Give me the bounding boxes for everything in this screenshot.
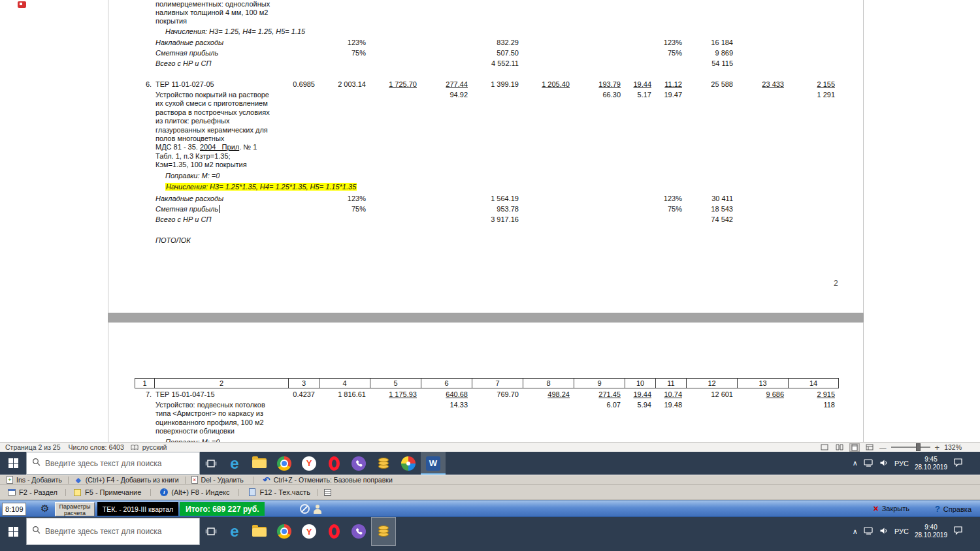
accrual-line: Начисления: Н3= 1.25, Н4= 1.25, Н5= 1.15 — [165, 27, 305, 35]
smeta-toolbar-row-2: F2 - Раздел F5 - Примечание i (Alt+) F8 … — [0, 485, 980, 500]
document-page-1[interactable]: полимерцементных: однослойных наливных т… — [108, 0, 864, 313]
volume-icon[interactable] — [879, 458, 889, 469]
word-count[interactable]: Число слов: 6403 — [69, 443, 124, 451]
estimate-item-row: 7. ТЕР 15-01-047-15 0.4237 1 816.61 1 17… — [108, 390, 863, 399]
taskbar-app-opera[interactable] — [321, 517, 346, 546]
zoom-slider-handle[interactable] — [916, 443, 921, 451]
zoom-level[interactable]: 132% — [944, 443, 962, 451]
gear-icon[interactable]: ⚙ — [41, 503, 49, 514]
tray-clock[interactable]: 9:4528.10.2019 — [915, 456, 947, 471]
page-info[interactable]: Страница 2 из 25 — [5, 443, 61, 451]
smeta-toolbar-row-1: + Ins - Добавить ◆ (Ctrl+) F4 - Добавить… — [0, 475, 980, 485]
table-column-header: 1 2 3 4 5 6 7 8 9 10 11 12 13 14 — [135, 378, 839, 388]
estimate-item-row: 6. ТЕР 11-01-027-05 0.6985 2 003.14 1 72… — [108, 80, 863, 89]
toolbar-undo-button[interactable]: ↶ Ctrl+Z - Отменить: Базовые поправки — [263, 476, 393, 484]
overhead-row: Накладные расходы 123% 832.29 123% 16 18… — [108, 39, 863, 47]
info-icon: i — [160, 488, 168, 496]
price-period-selector[interactable]: ТЕК. - 2019-III квартал — [97, 502, 178, 516]
read-mode-icon[interactable] — [834, 443, 845, 452]
close-button[interactable]: × Закрыть — [873, 504, 909, 513]
tray-chevron-icon[interactable]: ∧ — [853, 527, 858, 536]
taskbar-app-explorer[interactable] — [247, 517, 272, 546]
help-button[interactable]: ? Справка — [935, 504, 972, 514]
start-button[interactable] — [0, 452, 26, 475]
page-number: 2 — [834, 279, 838, 288]
task-view-button[interactable] — [200, 452, 222, 475]
taskbar-app-explorer[interactable] — [247, 452, 272, 475]
mini-app-icon[interactable] — [18, 1, 26, 8]
network-icon[interactable] — [864, 458, 874, 469]
action-center-icon[interactable] — [953, 458, 963, 469]
toolbar-add-button[interactable]: + Ins - Добавить — [7, 476, 62, 484]
volume-icon[interactable] — [879, 526, 889, 537]
user-icon[interactable] — [312, 504, 322, 514]
yandex-icon: Y — [302, 456, 316, 471]
taskbar-search[interactable] — [26, 452, 200, 475]
taskbar-search-input[interactable] — [45, 527, 189, 536]
smeta-status-bar: 8:109 ⚙ Параметры расчета ТЕК. - 2019-II… — [0, 500, 980, 517]
section-icon — [8, 489, 16, 496]
start-button[interactable] — [0, 517, 26, 546]
row-label: Накладные расходы — [155, 39, 223, 46]
toolbar-section-button[interactable]: F2 - Раздел — [8, 488, 57, 496]
zoom-in-button[interactable]: + — [935, 443, 940, 452]
task-view-button[interactable] — [200, 517, 222, 546]
document-page-2[interactable]: 1 2 3 4 5 6 7 8 9 10 11 12 13 14 7. ТЕР … — [108, 322, 864, 442]
toolbar-composition-button[interactable] — [324, 488, 335, 496]
viber-icon — [351, 456, 366, 471]
section-heading: ПОТОЛОК — [155, 236, 191, 244]
text-cursor — [219, 205, 220, 213]
grand-smeta-icon — [376, 524, 391, 539]
taskbar-search-input[interactable] — [45, 459, 189, 468]
work-list-icon — [324, 489, 331, 496]
network-icon[interactable] — [864, 526, 874, 537]
web-layout-icon[interactable] — [864, 443, 875, 452]
taskbar-app-opera[interactable] — [321, 452, 346, 475]
taskbar-remote: e Y W ∧ РУС 9:4528.10.2019 — [0, 452, 980, 475]
filter-off-icon[interactable] — [300, 504, 310, 514]
doc-text-line: наливных толщиной 4 мм, 100 м2 — [155, 8, 268, 16]
toolbar-delete-button[interactable]: × Del - Удалить — [191, 476, 244, 484]
action-center-icon[interactable] — [953, 526, 963, 537]
taskbar-app-chrome[interactable] — [272, 452, 297, 475]
language-indicator[interactable]: русский — [142, 443, 167, 451]
edge-icon: e — [230, 525, 238, 538]
taskbar-app-viber[interactable] — [346, 517, 371, 546]
language-tray[interactable]: РУС — [894, 460, 909, 467]
taskbar-search[interactable] — [26, 518, 200, 545]
taskbar-app-colorful[interactable] — [396, 452, 421, 475]
toolbar-note-button[interactable]: F5 - Примечание — [74, 488, 141, 496]
taskbar-app-edge[interactable]: e — [222, 452, 247, 475]
taskbar-app-grandsmeta[interactable] — [371, 452, 396, 475]
taskbar-app-viber[interactable] — [346, 452, 371, 475]
tech-part-icon — [249, 488, 255, 496]
windows-logo-icon — [8, 527, 18, 537]
zoom-slider[interactable] — [891, 447, 930, 448]
overhead-row: Накладные расходы 123% 1 564.19 123% 30 … — [108, 195, 863, 203]
taskbar-app-yandex[interactable]: Y — [297, 517, 321, 546]
tray-chevron-icon[interactable]: ∧ — [853, 459, 858, 467]
taskbar-app-yandex[interactable]: Y — [297, 452, 321, 475]
language-tray[interactable]: РУС — [894, 527, 909, 535]
taskbar-app-grandsmeta[interactable] — [371, 517, 396, 546]
focus-mode-icon[interactable] — [819, 443, 830, 452]
tray-clock[interactable]: 9:4028.10.2019 — [915, 524, 947, 539]
doc-text-line: покрытия — [155, 17, 187, 25]
toolbar-techpart-button[interactable]: F12 - Тех.часть — [248, 488, 310, 496]
toolbar-index-button[interactable]: i (Alt+) F8 - Индекс — [160, 488, 229, 496]
yandex-icon: Y — [302, 524, 316, 539]
proofing-icon[interactable] — [131, 443, 139, 451]
calculation-params-button[interactable]: Параметры расчета — [55, 502, 95, 516]
doc-text-line: полимерцементных: однослойных — [155, 0, 270, 8]
toolbar-add-from-book-button[interactable]: ◆ (Ctrl+) F4 - Добавить из книги — [74, 476, 179, 484]
zoom-out-button[interactable]: — — [879, 443, 887, 451]
cell-reference-field[interactable]: 8:109 — [2, 503, 26, 516]
delete-icon: × — [191, 476, 198, 484]
print-layout-icon[interactable] — [849, 443, 860, 452]
chrome-icon — [277, 524, 291, 539]
taskbar-app-edge[interactable]: e — [222, 517, 247, 546]
mds-link[interactable]: 2004 Прил — [200, 143, 239, 151]
close-icon: × — [873, 504, 878, 513]
taskbar-app-chrome[interactable] — [272, 517, 297, 546]
taskbar-app-word[interactable]: W — [421, 452, 446, 475]
